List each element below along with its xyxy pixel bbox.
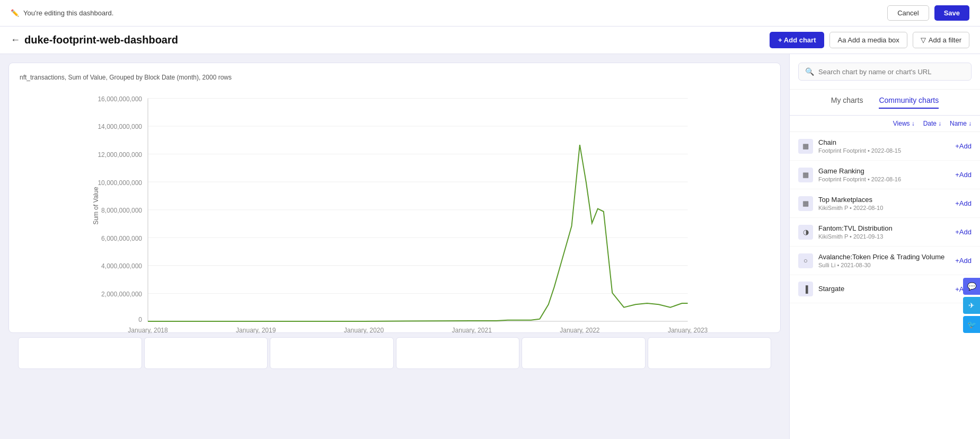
- twitter-icon[interactable]: 🐦: [963, 316, 980, 333]
- chart-list: ▦ Chain Footprint Footprint • 2022-08-15…: [790, 132, 980, 439]
- chart-name: Avalanche:Token Price & Trading Volume: [818, 253, 955, 261]
- chart-list-item[interactable]: ▐ Stargate +Add: [790, 275, 980, 303]
- svg-text:2,000,000,000: 2,000,000,000: [101, 291, 142, 298]
- chart-name: Game Ranking: [818, 167, 955, 175]
- chart-card: nft_transactions, Sum of Value, Grouped …: [8, 63, 781, 333]
- svg-text:8,000,000,000: 8,000,000,000: [101, 207, 142, 214]
- add-filter-button[interactable]: ▽ Add a filter: [913, 32, 969, 48]
- chart-info: Avalanche:Token Price & Trading Volume S…: [818, 253, 955, 268]
- add-chart-button[interactable]: + Add chart: [770, 32, 824, 48]
- chart-type-icon: ▐: [798, 282, 813, 296]
- sort-name-button[interactable]: Name ↓: [950, 120, 972, 127]
- editing-label: You're editing this dashboard.: [23, 9, 113, 17]
- chart-info: Chain Footprint Footprint • 2022-08-15: [818, 138, 955, 154]
- add-media-box-button[interactable]: Aa Add a media box: [829, 32, 907, 48]
- svg-text:January, 2018: January, 2018: [128, 327, 168, 333]
- grid-card-1: [18, 337, 142, 369]
- chart-item-left: ▦ Chain Footprint Footprint • 2022-08-15: [798, 138, 955, 154]
- telegram-icon[interactable]: ✈: [963, 297, 980, 314]
- sort-name-arrow: ↓: [968, 120, 972, 127]
- chart-name: Fantom:TVL Distribution: [818, 224, 955, 232]
- sidebar-tabs: My charts Community charts: [790, 90, 980, 116]
- second-bar: ← duke-footprint-web-dashboard + Add cha…: [0, 27, 980, 54]
- svg-text:10,000,000,000: 10,000,000,000: [98, 179, 142, 187]
- svg-text:4,000,000,000: 4,000,000,000: [101, 262, 142, 270]
- grid-card-2: [144, 337, 268, 369]
- chart-type-icon: ◑: [798, 225, 813, 240]
- back-arrow-icon[interactable]: ←: [11, 34, 20, 46]
- tab-community-charts[interactable]: Community charts: [879, 96, 939, 109]
- chart-list-item[interactable]: ◑ Fantom:TVL Distribution KikiSmith P • …: [790, 218, 980, 247]
- sort-views-label: Views: [893, 120, 910, 127]
- filter-icon: ▽: [921, 36, 926, 44]
- chart-meta: Sulli Li • 2021-08-30: [818, 262, 955, 268]
- chart-container: 16,000,000,000 14,000,000,000 12,000,000…: [20, 90, 770, 333]
- grid-card-6: [648, 337, 772, 369]
- add-chart-item-button[interactable]: +Add: [955, 199, 972, 207]
- tab-my-charts[interactable]: My charts: [831, 96, 863, 109]
- chart-type-icon: ○: [798, 253, 813, 268]
- chart-name: Chain: [818, 138, 955, 146]
- add-chart-item-button[interactable]: +Add: [955, 142, 972, 150]
- sort-row: Views ↓ Date ↓ Name ↓: [790, 116, 980, 132]
- chart-title: nft_transactions, Sum of Value, Grouped …: [20, 74, 770, 81]
- svg-text:January, 2020: January, 2020: [344, 327, 384, 333]
- sort-date-label: Date: [923, 120, 937, 127]
- search-input[interactable]: [818, 68, 965, 76]
- chart-list-item[interactable]: ▦ Top Marketplaces KikiSmith P • 2022-08…: [790, 189, 980, 218]
- sidebar-search-area: 🔍: [790, 54, 980, 90]
- chart-item-left: ▦ Top Marketplaces KikiSmith P • 2022-08…: [798, 196, 955, 211]
- chart-type-icon: ▦: [798, 196, 813, 211]
- chart-info: Game Ranking Footprint Footprint • 2022-…: [818, 167, 955, 182]
- chart-meta: KikiSmith P • 2022-08-10: [818, 205, 955, 211]
- bottom-grid: [8, 337, 781, 369]
- sort-views-button[interactable]: Views ↓: [893, 120, 915, 127]
- dashboard-title-area: ← duke-footprint-web-dashboard: [11, 34, 178, 46]
- dashboard-title: duke-footprint-web-dashboard: [24, 34, 178, 46]
- chart-item-left: ○ Avalanche:Token Price & Trading Volume…: [798, 253, 955, 268]
- save-button[interactable]: Save: [934, 5, 969, 21]
- chart-meta: Footprint Footprint • 2022-08-15: [818, 147, 955, 154]
- grid-card-4: [396, 337, 520, 369]
- svg-text:January, 2019: January, 2019: [236, 327, 276, 333]
- chart-info: Top Marketplaces KikiSmith P • 2022-08-1…: [818, 196, 955, 211]
- chart-item-left: ◑ Fantom:TVL Distribution KikiSmith P • …: [798, 224, 955, 240]
- svg-text:0: 0: [138, 316, 142, 323]
- grid-card-5: [522, 337, 646, 369]
- add-chart-item-button[interactable]: +Add: [955, 228, 972, 236]
- chart-area: nft_transactions, Sum of Value, Grouped …: [0, 54, 789, 439]
- discord-icon[interactable]: 💬: [963, 278, 980, 295]
- svg-text:January, 2023: January, 2023: [668, 327, 708, 333]
- svg-text:January, 2021: January, 2021: [452, 327, 492, 333]
- svg-text:January, 2022: January, 2022: [560, 327, 600, 333]
- sort-views-arrow: ↓: [912, 120, 915, 127]
- search-box[interactable]: 🔍: [798, 63, 972, 81]
- chart-item-left: ▐ Stargate: [798, 282, 955, 296]
- editing-notice: ✏️ You're editing this dashboard.: [11, 9, 113, 17]
- chart-list-item[interactable]: ▦ Chain Footprint Footprint • 2022-08-15…: [790, 132, 980, 161]
- svg-text:12,000,000,000: 12,000,000,000: [98, 151, 142, 159]
- floating-icons: 💬 ✈ 🐦: [963, 278, 980, 333]
- add-chart-item-button[interactable]: +Add: [955, 257, 972, 265]
- top-bar-actions: Cancel Save: [887, 5, 969, 21]
- chart-name: Stargate: [818, 285, 955, 293]
- chart-info: Stargate: [818, 285, 955, 294]
- chart-name: Top Marketplaces: [818, 196, 955, 204]
- top-bar: ✏️ You're editing this dashboard. Cancel…: [0, 0, 980, 27]
- grid-card-3: [270, 337, 394, 369]
- chart-info: Fantom:TVL Distribution KikiSmith P • 20…: [818, 224, 955, 240]
- cancel-button[interactable]: Cancel: [887, 5, 929, 21]
- chart-list-item[interactable]: ○ Avalanche:Token Price & Trading Volume…: [790, 247, 980, 275]
- add-filter-label: Add a filter: [929, 36, 961, 44]
- add-chart-item-button[interactable]: +Add: [955, 171, 972, 179]
- chart-item-left: ▦ Game Ranking Footprint Footprint • 202…: [798, 167, 955, 182]
- sort-name-label: Name: [950, 120, 967, 127]
- chart-meta: Footprint Footprint • 2022-08-16: [818, 176, 955, 182]
- svg-text:6,000,000,000: 6,000,000,000: [101, 235, 142, 242]
- chart-list-item[interactable]: ▦ Game Ranking Footprint Footprint • 202…: [790, 161, 980, 189]
- svg-text:Sum of Value: Sum of Value: [92, 187, 100, 225]
- chart-meta: KikiSmith P • 2021-09-13: [818, 233, 955, 240]
- sort-date-button[interactable]: Date ↓: [923, 120, 941, 127]
- svg-text:14,000,000,000: 14,000,000,000: [98, 123, 142, 130]
- dashboard-actions: + Add chart Aa Add a media box ▽ Add a f…: [770, 32, 969, 48]
